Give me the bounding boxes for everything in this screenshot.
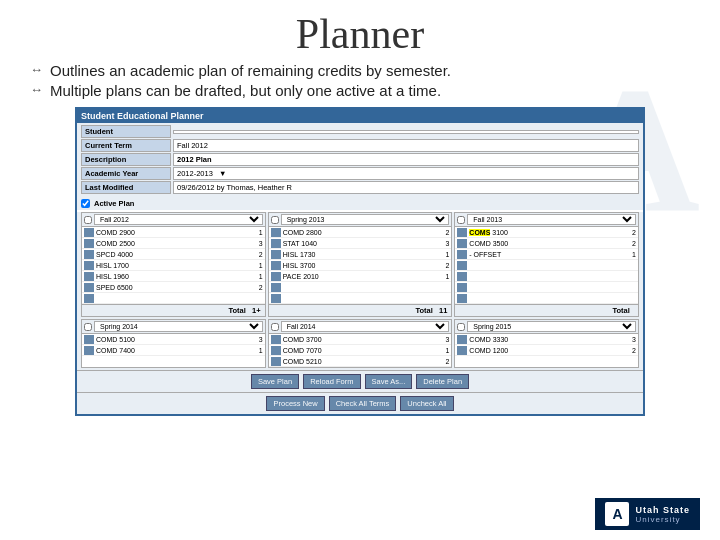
course-row: COMD 7400 1: [82, 345, 265, 356]
save-plan-button[interactable]: Save Plan: [251, 374, 299, 389]
course-credits: 2: [626, 229, 636, 236]
course-row: - OFFSET 1: [455, 249, 638, 260]
coms-highlight: COMS: [469, 229, 490, 236]
add-course-btn[interactable]: [271, 294, 281, 303]
uncheck-all-button[interactable]: Uncheck All: [400, 396, 453, 411]
course-edit-btn[interactable]: [84, 335, 94, 344]
empty-row: [455, 260, 638, 271]
course-edit-btn[interactable]: [457, 335, 467, 344]
process-new-button[interactable]: Process New: [266, 396, 324, 411]
semester-spring2014: Spring 2014 COMD 5100 3 COMD 7400 1: [81, 319, 266, 368]
semester-spring2013-select[interactable]: Spring 2013: [281, 214, 450, 225]
course-edit-btn[interactable]: [271, 228, 281, 237]
semester-fall2014-select[interactable]: Fall 2014: [281, 321, 450, 332]
empty-row: [455, 282, 638, 293]
course-name: COMS 3100: [469, 229, 626, 236]
course-name: HISL 3700: [283, 262, 440, 269]
course-edit-btn[interactable]: [271, 272, 281, 281]
semester-fall2013-checkbox[interactable]: [457, 216, 465, 224]
course-edit-btn[interactable]: [457, 250, 467, 259]
semester-fall2012-header: Fall 2012: [82, 213, 265, 227]
semester-spring2014-header: Spring 2014: [82, 320, 265, 334]
form-row-modified: Last Modified 09/26/2012 by Thomas, Heat…: [81, 181, 639, 194]
course-credits: 1: [253, 273, 263, 280]
semester-spring2015-select[interactable]: Spring 2015: [467, 321, 636, 332]
form-row-student: Student: [81, 125, 639, 138]
empty-row: [269, 293, 452, 304]
active-plan-checkbox[interactable]: [81, 199, 90, 208]
course-edit-btn[interactable]: [271, 357, 281, 366]
delete-plan-button[interactable]: Delete Plan: [416, 374, 469, 389]
semester-spring2014-select[interactable]: Spring 2014: [94, 321, 263, 332]
semester-fall2012-select[interactable]: Fall 2012: [94, 214, 263, 225]
add-course-btn[interactable]: [84, 294, 94, 303]
course-name: PACE 2010: [283, 273, 440, 280]
course-edit-btn[interactable]: [457, 346, 467, 355]
year-dropdown-icon[interactable]: ▼: [219, 169, 226, 178]
course-credits: 2: [626, 240, 636, 247]
semester-spring2015-checkbox[interactable]: [457, 323, 465, 331]
course-edit-btn[interactable]: [84, 228, 94, 237]
active-plan-label: Active Plan: [94, 199, 134, 208]
course-row: COMD 5210 2: [269, 356, 452, 367]
course-edit-btn[interactable]: [457, 228, 467, 237]
add-course-btn[interactable]: [457, 272, 467, 281]
course-row: SPCD 4000 2: [82, 249, 265, 260]
semester-fall2012-checkbox[interactable]: [84, 216, 92, 224]
course-edit-btn[interactable]: [84, 272, 94, 281]
semester-fall2014-checkbox[interactable]: [271, 323, 279, 331]
course-edit-btn[interactable]: [271, 239, 281, 248]
add-course-btn[interactable]: [457, 261, 467, 270]
course-edit-btn[interactable]: [271, 346, 281, 355]
reload-form-button[interactable]: Reload Form: [303, 374, 360, 389]
semester-spring2013-header: Spring 2013: [269, 213, 452, 227]
form-value-term: Fall 2012: [173, 139, 639, 152]
add-course-btn[interactable]: [457, 294, 467, 303]
form-value-student[interactable]: [173, 130, 639, 134]
page-title: Planner: [30, 10, 690, 58]
empty-row: [269, 282, 452, 293]
semester-fall2013-select[interactable]: Fall 2013: [467, 214, 636, 225]
course-row: COMD 5100 3: [82, 334, 265, 345]
course-row: COMD 2900 1: [82, 227, 265, 238]
course-edit-btn[interactable]: [457, 239, 467, 248]
bullet-1: Outlines an academic plan of remaining c…: [30, 62, 690, 79]
course-edit-btn[interactable]: [271, 250, 281, 259]
course-edit-btn[interactable]: [84, 283, 94, 292]
semester-spring2013-checkbox[interactable]: [271, 216, 279, 224]
course-edit-btn[interactable]: [84, 346, 94, 355]
semester-spring2014-checkbox[interactable]: [84, 323, 92, 331]
semesters-row1: Fall 2012 COMD 2900 1 COMD 2500 3 SPCD 4…: [77, 212, 643, 319]
course-name: HISL 1960: [96, 273, 253, 280]
total-row: Total 1+: [82, 304, 265, 316]
course-edit-btn[interactable]: [271, 261, 281, 270]
course-row: COMS 3100 2: [455, 227, 638, 238]
course-edit-btn[interactable]: [271, 335, 281, 344]
course-row: COMD 3700 3: [269, 334, 452, 345]
course-row: SPED 6500 2: [82, 282, 265, 293]
logo-area: A Utah State University: [595, 498, 700, 530]
course-edit-btn[interactable]: [84, 250, 94, 259]
form-row-year: Academic Year 2012-2013 ▼: [81, 167, 639, 180]
form-label-desc: Description: [81, 153, 171, 166]
save-as-button[interactable]: Save As...: [365, 374, 413, 389]
add-course-btn[interactable]: [271, 283, 281, 292]
course-edit-btn[interactable]: [84, 239, 94, 248]
course-credits: 2: [253, 284, 263, 291]
check-all-terms-button[interactable]: Check All Terms: [329, 396, 397, 411]
course-edit-btn[interactable]: [84, 261, 94, 270]
course-name: COMD 7400: [96, 347, 253, 354]
add-course-btn[interactable]: [457, 283, 467, 292]
course-credits: 1: [439, 347, 449, 354]
course-row: COMD 2800 2: [269, 227, 452, 238]
logo-name-line2: University: [635, 515, 690, 524]
form-label-year: Academic Year: [81, 167, 171, 180]
course-credits: 3: [253, 336, 263, 343]
course-name: COMD 2500: [96, 240, 253, 247]
course-credits: 2: [253, 251, 263, 258]
button-bar: Save Plan Reload Form Save As... Delete …: [77, 370, 643, 392]
course-credits: 2: [439, 229, 449, 236]
course-name: COMD 2900: [96, 229, 253, 236]
semesters-row2: Spring 2014 COMD 5100 3 COMD 7400 1: [77, 319, 643, 370]
form-label-modified: Last Modified: [81, 181, 171, 194]
